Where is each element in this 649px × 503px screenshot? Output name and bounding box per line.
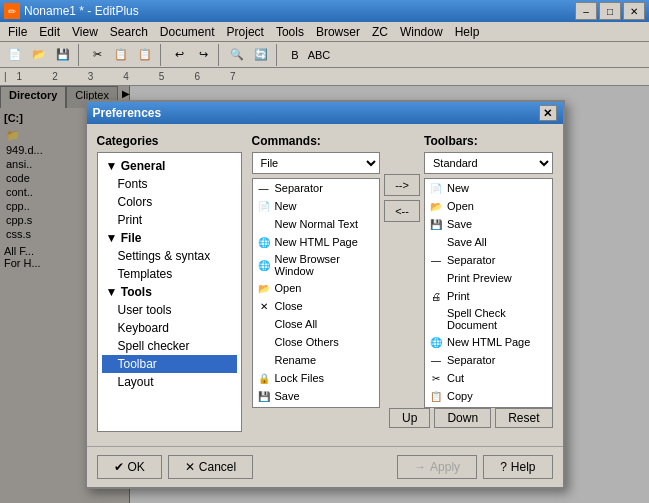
cat-tools[interactable]: ▼ Tools (102, 283, 237, 301)
cat-templates[interactable]: Templates (102, 265, 237, 283)
tbsep2-icon: — (429, 353, 443, 367)
close-icon: ✕ (257, 299, 271, 313)
menu-view[interactable]: View (66, 23, 104, 41)
tbsep1-icon: — (429, 253, 443, 267)
down-button[interactable]: Down (434, 408, 491, 428)
up-button[interactable]: Up (389, 408, 430, 428)
tb-spell[interactable]: ABC (308, 44, 330, 66)
minimize-button[interactable]: – (575, 2, 597, 20)
main-area: Directory Cliptex ▶ [C:] 📁 949.d... ansi… (0, 86, 649, 503)
cancel-icon: ✕ (185, 460, 195, 474)
tb-copy-item[interactable]: 📋Copy (425, 387, 552, 405)
dialog-title: Preferences (93, 106, 162, 120)
menu-document[interactable]: Document (154, 23, 221, 41)
menu-window[interactable]: Window (394, 23, 449, 41)
cat-general[interactable]: ▼ General (102, 157, 237, 175)
cmd-close[interactable]: ✕Close (253, 297, 380, 315)
cancel-label: Cancel (199, 460, 236, 474)
menu-bar: File Edit View Search Document Project T… (0, 22, 649, 42)
cat-print[interactable]: Print (102, 211, 237, 229)
tb-undo[interactable]: ↩ (168, 44, 190, 66)
cmd-new-normal[interactable]: New Normal Text (253, 215, 380, 233)
tb-paste[interactable]: 📋 (134, 44, 156, 66)
cmd-close-all[interactable]: Close All (253, 315, 380, 333)
tb-newhtml-item[interactable]: 🌐New HTML Page (425, 333, 552, 351)
tb-find[interactable]: 🔍 (226, 44, 248, 66)
dialog-footer: ✔ OK ✕ Cancel → Apply ? Help (87, 446, 563, 487)
cmd-rename[interactable]: Rename (253, 351, 380, 369)
tb-replace[interactable]: 🔄 (250, 44, 272, 66)
tb-cut[interactable]: ✂ (86, 44, 108, 66)
tb-spell-item[interactable]: Spell Check Document (425, 305, 552, 333)
menu-edit[interactable]: Edit (33, 23, 66, 41)
tbprint-icon: 🖨 (429, 289, 443, 303)
cat-fonts[interactable]: Fonts (102, 175, 237, 193)
cmd-lock[interactable]: 🔒Lock Files (253, 369, 380, 387)
modal-overlay: Preferences ✕ Categories ▼ General Fonts… (0, 86, 649, 503)
menu-help[interactable]: Help (449, 23, 486, 41)
commands-section: Commands: File Edit View —Separator 📄New (252, 134, 381, 408)
tb-open-item[interactable]: 📂Open (425, 197, 552, 215)
close-button[interactable]: ✕ (623, 2, 645, 20)
tb-new-item[interactable]: 📄New (425, 179, 552, 197)
tb-print-item[interactable]: 🖨Print (425, 287, 552, 305)
tb-sep2-item[interactable]: —Separator (425, 351, 552, 369)
ok-icon: ✔ (114, 460, 124, 474)
cat-keyboard[interactable]: Keyboard (102, 319, 237, 337)
tb-separator-2 (160, 44, 164, 66)
menu-browser[interactable]: Browser (310, 23, 366, 41)
reset-button[interactable]: Reset (495, 408, 552, 428)
tb-sep1-item[interactable]: —Separator (425, 251, 552, 269)
cat-layout[interactable]: Layout (102, 373, 237, 391)
ok-button[interactable]: ✔ OK (97, 455, 162, 479)
cmd-close-others[interactable]: Close Others (253, 333, 380, 351)
window-title: Noname1 * - EditPlus (24, 4, 139, 18)
tbcut-icon: ✂ (429, 371, 443, 385)
commands-list[interactable]: —Separator 📄New New Normal Text 🌐New HTM… (252, 178, 381, 408)
tb-saveall-item[interactable]: Save All (425, 233, 552, 251)
new-icon: 📄 (257, 199, 271, 213)
tb-copy[interactable]: 📋 (110, 44, 132, 66)
tb-save-item[interactable]: 💾Save (425, 215, 552, 233)
menu-tools[interactable]: Tools (270, 23, 310, 41)
maximize-button[interactable]: □ (599, 2, 621, 20)
tbcopy-icon: 📋 (429, 389, 443, 403)
tb-cut-item[interactable]: ✂Cut (425, 369, 552, 387)
tb-printpreview-item[interactable]: Print Preview (425, 269, 552, 287)
tb-save[interactable]: 💾 (52, 44, 74, 66)
cmd-new[interactable]: 📄New (253, 197, 380, 215)
categories-tree[interactable]: ▼ General Fonts Colors Print ▼ File Sett… (97, 152, 242, 432)
toolbars-dropdown[interactable]: Standard Browser (424, 152, 553, 174)
cmd-new-html[interactable]: 🌐New HTML Page (253, 233, 380, 251)
help-button[interactable]: ? Help (483, 455, 552, 479)
ruler: | 1 2 3 4 5 6 7 (0, 68, 649, 86)
menu-file[interactable]: File (2, 23, 33, 41)
cmd-separator[interactable]: —Separator (253, 179, 380, 197)
cat-file[interactable]: ▼ File (102, 229, 237, 247)
apply-button[interactable]: → Apply (397, 455, 477, 479)
ok-label: OK (128, 460, 145, 474)
tb-redo[interactable]: ↪ (192, 44, 214, 66)
cmd-save[interactable]: 💾Save (253, 387, 380, 405)
tb-new[interactable]: 📄 (4, 44, 26, 66)
cat-user-tools[interactable]: User tools (102, 301, 237, 319)
tb-bold[interactable]: B (284, 44, 306, 66)
dialog-close-button[interactable]: ✕ (539, 105, 557, 121)
remove-from-toolbar-button[interactable]: <-- (384, 200, 420, 222)
menu-project[interactable]: Project (221, 23, 270, 41)
cat-settings-syntax[interactable]: Settings & syntax (102, 247, 237, 265)
menu-search[interactable]: Search (104, 23, 154, 41)
tb-open[interactable]: 📂 (28, 44, 50, 66)
add-to-toolbar-button[interactable]: --> (384, 174, 420, 196)
cancel-button[interactable]: ✕ Cancel (168, 455, 253, 479)
newhtml-icon: 🌐 (257, 235, 271, 249)
cat-toolbar[interactable]: Toolbar (102, 355, 237, 373)
toolbars-list[interactable]: 📄New 📂Open 💾Save Save All —Separator Pri… (424, 178, 553, 408)
cat-spell-checker[interactable]: Spell checker (102, 337, 237, 355)
commands-dropdown[interactable]: File Edit View (252, 152, 381, 174)
cat-colors[interactable]: Colors (102, 193, 237, 211)
menu-zc[interactable]: ZC (366, 23, 394, 41)
cmd-new-browser[interactable]: 🌐New Browser Window (253, 251, 380, 279)
cmd-open[interactable]: 📂Open (253, 279, 380, 297)
dialog-title-bar: Preferences ✕ (87, 102, 563, 124)
